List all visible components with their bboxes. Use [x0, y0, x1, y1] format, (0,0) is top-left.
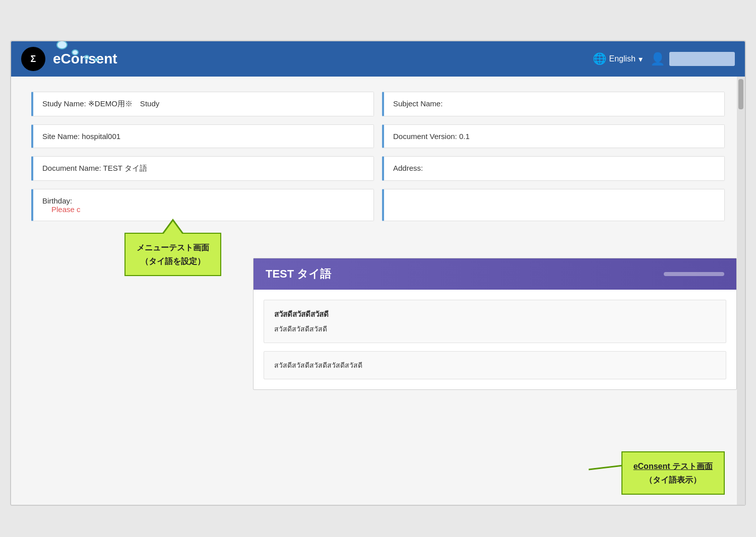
main-content: Study Name: ※DEMO用※ Study Subject Name: …: [11, 77, 745, 505]
birthday-field: Birthday: Please c: [31, 189, 374, 221]
user-section: 👤: [650, 52, 735, 66]
thai-section-2: สวัสดีสวัสดีสวัสดีสวัสดีสวัสดี: [264, 351, 726, 379]
subject-name-field: Subject Name:: [382, 92, 725, 116]
document-title: TEST タイ語: [266, 266, 331, 282]
callout1-container: メニューテスト画面 （タイ語を設定）: [124, 233, 221, 276]
callout1-box: メニューテスト画面 （タイ語を設定）: [124, 233, 221, 276]
thai-text-bold-1: สวัสดีสวัสดีสวัสดี: [274, 308, 716, 320]
doc-name-field: Document Name: TEST タイ語: [31, 156, 374, 181]
address-field: Address:: [382, 156, 725, 181]
chevron-down-icon: ▾: [639, 54, 643, 64]
document-body: สวัสดีสวัสดีสวัสดี สวัสดีสวัสดีสวัสดี สว…: [254, 290, 736, 389]
document-header: TEST タイ語: [254, 258, 736, 290]
scrollbar[interactable]: [737, 77, 745, 505]
navbar: Σ eConsent 🌐 English ▾ 👤: [11, 41, 745, 77]
doc-header-bar: [664, 272, 724, 276]
user-icon: 👤: [650, 52, 665, 66]
callout2-line1: eConsent テスト画面: [634, 459, 713, 473]
thai-text-2: สวัสดีสวัสดีสวัสดีสวัสดีสวัสดี: [274, 360, 716, 371]
user-name-bar: [669, 52, 735, 66]
callout1-arrow-inner: [163, 221, 182, 234]
callout1-line1: メニューテスト画面: [137, 241, 209, 254]
scrollbar-thumb[interactable]: [738, 79, 743, 109]
callout2-line2: （タイ語表示）: [634, 473, 713, 487]
app-logo: Σ: [21, 47, 45, 71]
document-panel: TEST タイ語 สวัสดีสวัสดีสวัสดี สวัสดีสวัสดี…: [253, 258, 737, 390]
thai-section-1: สวัสดีสวัสดีสวัสดี สวัสดีสวัสดีสวัสดี: [264, 300, 726, 343]
language-label: English: [609, 54, 636, 63]
thai-text-normal-1: สวัสดีสวัสดีสวัสดี: [274, 323, 716, 334]
language-selector[interactable]: 🌐 English ▾: [593, 52, 643, 65]
doc-version-field: Document Version: 0.1: [382, 124, 725, 148]
callout2-container: eConsent テスト画面 （タイ語表示）: [621, 451, 725, 495]
please-text: Please c: [42, 201, 90, 218]
empty-field: [382, 189, 725, 221]
logo-symbol: Σ: [31, 54, 36, 64]
study-name-field: Study Name: ※DEMO用※ Study: [31, 92, 374, 116]
globe-icon: 🌐: [593, 52, 606, 65]
callout1-line2: （タイ語を設定）: [137, 254, 209, 268]
site-name-field: Site Name: hospital001: [31, 124, 374, 148]
app-title: eConsent: [53, 51, 585, 67]
callout2-box: eConsent テスト画面 （タイ語表示）: [621, 451, 725, 495]
form-grid: Study Name: ※DEMO用※ Study Subject Name: …: [31, 92, 725, 221]
